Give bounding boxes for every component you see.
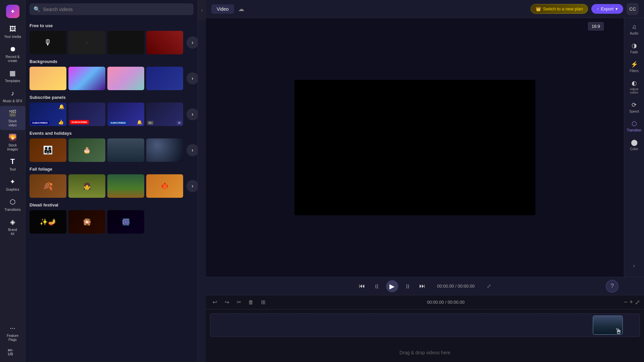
skip-back-btn[interactable]: ⏮ [357, 281, 367, 292]
diw-thumb-2[interactable]: 🎇 [68, 210, 105, 234]
sub-thumb-4[interactable]: SL IE [146, 103, 183, 126]
sidebar-item-text[interactable]: T Text [0, 154, 25, 174]
transition-icon: ⬡ [632, 120, 637, 127]
sidebar-item-templates[interactable]: ▦ Templates [0, 66, 25, 86]
bg-thumb-grad2[interactable] [68, 67, 105, 90]
switch-plan-btn[interactable]: 👑 Switch to a new plan [531, 4, 588, 14]
bg-thumb-grad3[interactable] [107, 67, 144, 90]
sidebar-bottom: ··· FeatureFlags en-US [0, 320, 25, 359]
video-track[interactable]: 🖱 [210, 313, 640, 337]
bg-thumb-grad1[interactable] [30, 67, 66, 90]
evt-thumb-2[interactable]: 🎂 [68, 138, 105, 162]
sidebar-item-language[interactable]: en-US [0, 345, 25, 359]
language-icon: en-US [8, 347, 17, 357]
sub-thumb-3[interactable]: SUBSCRIBED 🔔 [107, 103, 144, 126]
forward-btn[interactable]: ⟩⟩ [402, 281, 413, 292]
right-panel-collapse: › [625, 260, 644, 274]
sidebar-item-your-media[interactable]: 🖼 Your media [0, 21, 25, 42]
tab-video[interactable]: Video [211, 4, 234, 14]
fall-thumb-4[interactable]: 🍁 [146, 174, 183, 198]
fade-icon: ◑ [632, 42, 637, 49]
fall-thumb-3[interactable] [107, 174, 144, 198]
forward-icon: ⟩⟩ [406, 284, 409, 289]
sidebar-item-brand-kit[interactable]: ◈ Brandkit [0, 215, 25, 239]
subscribe-next-btn[interactable]: › [186, 108, 198, 120]
video-thumb-dark1[interactable]: ▪ [68, 31, 105, 54]
backgrounds-next-btn[interactable]: › [186, 72, 198, 84]
backgrounds-row: › [30, 67, 194, 90]
sidebar-item-graphics[interactable]: ✦ Graphics [0, 174, 25, 194]
music-sfx-icon: ♪ [8, 88, 17, 98]
sidebar-item-transitions[interactable]: ⬡ Transitions [0, 194, 25, 215]
play-btn[interactable]: ▶ [386, 280, 398, 292]
captions-btn[interactable]: CC [627, 3, 639, 15]
sidebar-item-stock-video[interactable]: 🎬 Stockvideo [0, 106, 25, 130]
search-input[interactable] [43, 7, 190, 12]
free-to-use-next-btn[interactable]: › [186, 37, 198, 49]
sub-thumb-2[interactable]: SUBSCRIBE [68, 103, 105, 126]
undo-btn[interactable]: ↩ [210, 298, 219, 307]
timeline: ↩ ↪ ✂ 🗑 ⊞ 00:00.00 / 00:00.00 − [206, 295, 644, 362]
collapse-left-icon: › [633, 263, 635, 269]
app-logo[interactable]: ✦ [6, 5, 19, 18]
right-btn-color[interactable]: ⬤ Color [625, 136, 644, 154]
skip-forward-btn[interactable]: ⏭ [417, 281, 428, 292]
rewind-icon: ⟨⟨ [375, 284, 378, 289]
fall-next-btn[interactable]: › [186, 180, 198, 192]
rewind-btn[interactable]: ⟨⟨ [371, 281, 382, 292]
speed-label: Speed [629, 110, 639, 113]
events-next-btn[interactable]: › [186, 144, 198, 156]
right-btn-speed[interactable]: ⟳ Speed [625, 99, 644, 116]
video-thumb-mic[interactable] [30, 31, 66, 54]
timeline-time-total: 00:00.00 [447, 300, 465, 305]
redo-btn[interactable]: ↪ [222, 298, 231, 307]
right-collapse-btn[interactable]: › [625, 260, 644, 272]
add-clip-btn[interactable]: ⊞ [258, 298, 268, 307]
bg-thumb-grad4[interactable] [146, 67, 183, 90]
expand-icon: ⤢ [635, 299, 640, 306]
expand-timeline-btn[interactable]: ⤢ [635, 299, 640, 306]
video-thumb-dark2[interactable] [107, 31, 144, 54]
right-btn-transition[interactable]: ⬡ Transition [625, 117, 644, 135]
captions-icon: CC [629, 6, 636, 12]
cut-btn[interactable]: ✂ [234, 298, 244, 307]
sidebar-item-feature-flags[interactable]: ··· FeatureFlags [0, 320, 25, 345]
text-icon: T [8, 157, 17, 166]
right-btn-filters[interactable]: ⚡ Filters [625, 58, 644, 75]
subscribe-row: SUBSCRIBED 👍 🔔 SUBSCRIBE SUBSCRIBED 🔔 SL… [30, 103, 194, 126]
aspect-ratio-badge[interactable]: 16:9 [588, 22, 604, 31]
sub-thumb-1[interactable]: SUBSCRIBED 👍 🔔 [30, 103, 66, 126]
sidebar-item-music-sfx[interactable]: ♪ Music & SFX [0, 86, 25, 106]
skip-back-icon: ⏮ [359, 283, 365, 290]
zoom-out-btn[interactable]: − [624, 299, 628, 306]
evt-thumb-1[interactable]: 👨‍👩‍👧 [30, 138, 66, 162]
audio-label: Audio [630, 32, 639, 35]
section-title-diwali: Diwali festival [30, 202, 194, 207]
switch-plan-label: Switch to a new plan [543, 6, 583, 11]
sidebar-label-feature-flags: FeatureFlags [7, 334, 18, 342]
audio-icon: ♫ [632, 23, 637, 31]
sidebar-item-stock-images[interactable]: 🌄 Stockimages [0, 130, 25, 154]
help-btn[interactable]: ? [606, 280, 619, 293]
fit-screen-btn[interactable]: ⤢ [484, 282, 493, 291]
diw-thumb-3[interactable]: 🎆 [107, 210, 144, 234]
fall-thumb-2[interactable]: 👧 [68, 174, 105, 198]
delete-btn[interactable]: 🗑 [246, 298, 256, 307]
right-btn-fade[interactable]: ◑ Fade [625, 39, 644, 57]
time-total: 00:00.00 [458, 284, 475, 289]
evt-thumb-3[interactable] [107, 138, 144, 162]
right-btn-adjust-colors[interactable]: ◐ Adjustcolors [625, 77, 644, 97]
cloud-save-icon[interactable]: ☁ [238, 5, 244, 13]
video-thumb-red[interactable] [146, 31, 183, 54]
diw-thumb-1[interactable]: ✨🪔 [30, 210, 66, 234]
timeline-time: 00:00.00 / 00:00.00 [270, 300, 621, 305]
evt-thumb-4[interactable] [146, 138, 183, 162]
sidebar-item-record-create[interactable]: ⏺ Record &create [0, 42, 25, 66]
right-btn-audio[interactable]: ♫ Audio [625, 21, 644, 38]
fall-thumb-1[interactable]: 🍂 [30, 174, 66, 198]
feature-flags-icon: ··· [8, 323, 17, 333]
export-btn[interactable]: ↑ Export ▾ [591, 4, 623, 14]
zoom-in-btn[interactable]: + [629, 299, 633, 306]
panel-collapse-btn[interactable]: ‹ [198, 0, 206, 20]
zoom-in-icon: + [629, 299, 633, 305]
